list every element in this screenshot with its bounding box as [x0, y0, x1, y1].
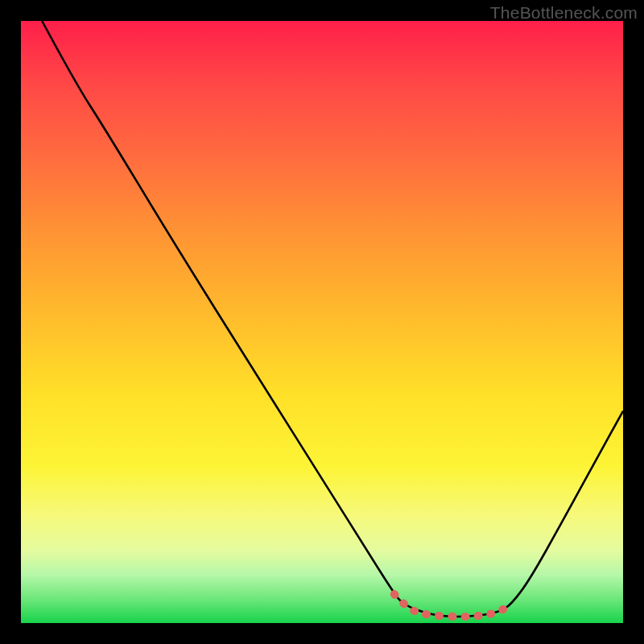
watermark-text: TheBottleneck.com — [490, 3, 638, 23]
plot-area — [21, 21, 623, 623]
chart-frame: TheBottleneck.com — [0, 0, 644, 644]
bottleneck-curve — [42, 21, 623, 617]
chart-svg — [21, 21, 623, 623]
optimal-band — [394, 594, 510, 617]
